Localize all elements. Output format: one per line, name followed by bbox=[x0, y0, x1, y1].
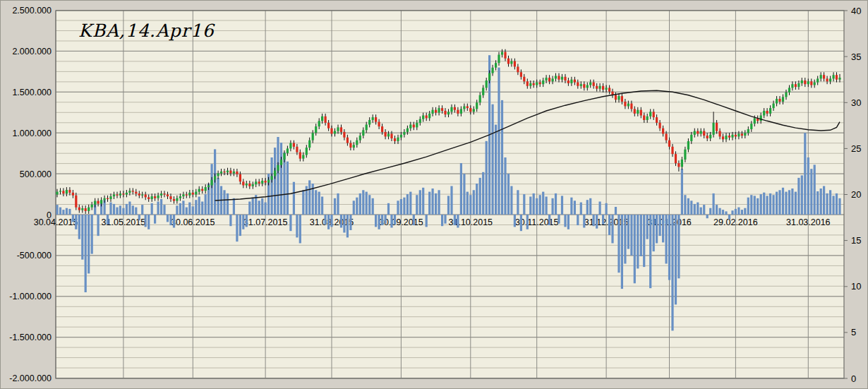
volume-bar bbox=[507, 174, 510, 215]
candlestick-body bbox=[340, 127, 342, 132]
candlestick-body bbox=[785, 92, 787, 97]
volume-bar bbox=[810, 169, 812, 215]
candlestick-body bbox=[277, 165, 279, 171]
candlestick-body bbox=[548, 78, 550, 81]
volume-bar bbox=[315, 190, 317, 215]
volume-bar bbox=[321, 197, 323, 215]
volume-bar bbox=[586, 200, 589, 215]
volume-bar bbox=[318, 192, 320, 215]
candlestick-body bbox=[545, 78, 548, 80]
volume-bar bbox=[807, 157, 809, 215]
y-axis-label-right: 5 bbox=[851, 327, 856, 337]
candlestick-body bbox=[432, 110, 434, 114]
volume-bar bbox=[138, 215, 140, 220]
volume-bar bbox=[561, 196, 563, 215]
volume-bar bbox=[397, 201, 399, 215]
volume-bar bbox=[665, 215, 668, 264]
candlestick-body bbox=[287, 148, 289, 153]
candlestick-body bbox=[586, 85, 589, 88]
volume-bar bbox=[476, 184, 478, 215]
candlestick-body bbox=[372, 117, 374, 120]
candlestick-body bbox=[507, 59, 510, 64]
volume-bar bbox=[716, 205, 718, 215]
candlestick-body bbox=[441, 108, 443, 111]
volume-bar bbox=[611, 215, 613, 244]
x-axis-label: 31.07.2015 bbox=[243, 217, 288, 227]
candlestick-body bbox=[426, 116, 428, 119]
volume-bar bbox=[782, 188, 784, 215]
candlestick-body bbox=[198, 189, 200, 192]
volume-bar bbox=[529, 197, 531, 215]
volume-bar bbox=[403, 198, 405, 215]
volume-bar bbox=[113, 204, 115, 215]
volume-bar bbox=[750, 195, 752, 215]
volume-bar bbox=[826, 193, 828, 215]
candlestick-body bbox=[602, 86, 604, 90]
volume-bar bbox=[703, 205, 705, 215]
candlestick-body bbox=[113, 195, 115, 197]
candlestick-body bbox=[769, 108, 771, 114]
candlestick-body bbox=[533, 83, 535, 85]
y-axis-label-right: 15 bbox=[851, 235, 861, 246]
candlestick-body bbox=[495, 63, 497, 68]
y-axis-label-left: 2.500.000 bbox=[12, 6, 52, 16]
volume-bar bbox=[533, 193, 535, 215]
candlestick-body bbox=[330, 128, 332, 134]
volume-bar bbox=[719, 208, 721, 215]
volume-bar bbox=[820, 188, 822, 215]
candlestick-body bbox=[397, 138, 399, 141]
volume-bar bbox=[330, 215, 332, 227]
volume-bar bbox=[160, 199, 162, 215]
candlestick-body bbox=[248, 184, 251, 186]
volume-bar bbox=[141, 205, 143, 215]
y-axis-label-right: 30 bbox=[851, 97, 861, 108]
volume-bar bbox=[514, 215, 516, 227]
volume-bar bbox=[574, 201, 576, 215]
volume-bar bbox=[709, 208, 711, 215]
volume-bar bbox=[495, 125, 497, 215]
candlestick-body bbox=[289, 143, 291, 149]
volume-bar bbox=[81, 215, 83, 260]
candlestick-body bbox=[838, 78, 840, 80]
candlestick-body bbox=[169, 196, 171, 199]
volume-bar bbox=[801, 175, 803, 215]
volume-bar bbox=[167, 215, 169, 222]
volume-bar bbox=[816, 191, 819, 215]
candlestick-body bbox=[703, 131, 705, 136]
candlestick-body bbox=[68, 190, 71, 193]
volume-bar bbox=[428, 192, 430, 215]
chart-canvas: 30.04.201531.05.201530.06.201531.07.2015… bbox=[1, 1, 868, 389]
candlestick-body bbox=[293, 143, 295, 147]
volume-bar bbox=[78, 215, 80, 239]
y-axis-label-left: 1.000.000 bbox=[12, 128, 52, 138]
volume-bar bbox=[804, 133, 806, 215]
candlestick-body bbox=[460, 109, 462, 114]
candlestick-body bbox=[378, 122, 380, 127]
candlestick-body bbox=[366, 125, 368, 131]
volume-bar bbox=[640, 215, 642, 256]
candlestick-body bbox=[104, 198, 106, 201]
volume-bar bbox=[359, 193, 361, 215]
candlestick-body bbox=[438, 108, 440, 113]
volume-bar bbox=[621, 215, 623, 289]
volume-bar bbox=[296, 215, 298, 237]
volume-bar bbox=[589, 198, 591, 215]
candlestick-body bbox=[564, 77, 566, 80]
candlestick-body bbox=[390, 134, 392, 139]
candlestick-body bbox=[422, 116, 424, 119]
volume-bar bbox=[567, 215, 569, 229]
candlestick-body bbox=[325, 116, 327, 123]
volume-bar bbox=[760, 194, 762, 215]
candlestick-body bbox=[697, 131, 699, 134]
volume-bar bbox=[681, 169, 683, 215]
volume-bar bbox=[539, 195, 541, 215]
volume-bar bbox=[366, 192, 368, 215]
candlestick-body bbox=[747, 129, 749, 133]
candlestick-body bbox=[687, 141, 689, 150]
candlestick-body bbox=[735, 135, 737, 137]
volume-bar bbox=[145, 215, 147, 227]
candlestick-body bbox=[498, 55, 500, 64]
candlestick-body bbox=[523, 77, 525, 82]
volume-bar bbox=[744, 208, 746, 215]
volume-bar bbox=[302, 190, 304, 215]
